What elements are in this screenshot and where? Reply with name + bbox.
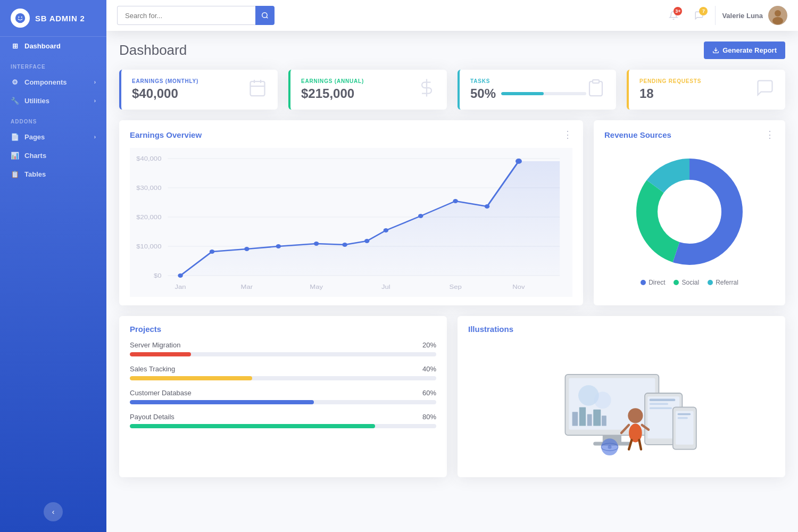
legend-dot-direct bbox=[641, 280, 646, 285]
legend-label-referral: Referral bbox=[716, 279, 738, 286]
svg-text:Nov: Nov bbox=[512, 284, 525, 290]
illustrations-title: Illustrations bbox=[468, 325, 513, 334]
revenue-sources-header: Revenue Sources ⋮ bbox=[604, 129, 775, 140]
project-track-0 bbox=[130, 352, 436, 356]
project-row-3: Payout Details 80% bbox=[130, 413, 436, 428]
project-track-2 bbox=[130, 400, 436, 404]
earnings-overview-menu[interactable]: ⋮ bbox=[563, 129, 572, 140]
project-percent-1: 40% bbox=[422, 365, 436, 373]
svg-point-38 bbox=[364, 239, 370, 243]
search-input[interactable] bbox=[117, 6, 255, 25]
pages-icon: 📄 bbox=[11, 133, 19, 141]
svg-point-34 bbox=[244, 247, 250, 251]
charts-icon: 📊 bbox=[11, 152, 19, 160]
user-menu[interactable]: Valerie Luna bbox=[722, 6, 787, 25]
tables-icon: 📋 bbox=[11, 170, 19, 178]
tachometer-icon: ⊞ bbox=[11, 42, 19, 50]
stat-card-pending: PENDING REQUESTS 18 bbox=[627, 70, 785, 110]
illustration-svg bbox=[473, 346, 769, 463]
svg-point-47 bbox=[660, 182, 719, 241]
svg-point-0 bbox=[15, 13, 25, 23]
project-row-1: Sales Tracking 40% bbox=[130, 365, 436, 380]
svg-point-35 bbox=[276, 244, 281, 248]
svg-rect-58 bbox=[572, 412, 578, 426]
svg-point-3 bbox=[262, 13, 267, 18]
search-button[interactable] bbox=[255, 6, 275, 25]
project-row-header-3: Payout Details 80% bbox=[130, 413, 436, 421]
sidebar-item-dashboard[interactable]: ⊞ Dashboard bbox=[0, 37, 106, 55]
donut-chart: Direct Social Referral bbox=[604, 148, 775, 292]
sidebar-item-tables[interactable]: 📋 Tables bbox=[0, 165, 106, 184]
sidebar-item-components[interactable]: ⚙ Components › bbox=[0, 73, 106, 92]
brand-name: SB ADMIN 2 bbox=[35, 14, 85, 23]
legend-dot-social bbox=[674, 280, 679, 285]
dollar-icon bbox=[417, 78, 436, 101]
alerts-badge: 3+ bbox=[674, 7, 682, 15]
page-title: Dashboard bbox=[119, 42, 187, 59]
page-content: Dashboard Generate Report EARNINGS (MONT… bbox=[106, 31, 798, 532]
svg-point-41 bbox=[453, 199, 458, 203]
svg-point-39 bbox=[384, 228, 389, 232]
donut-legend: Direct Social Referral bbox=[641, 279, 738, 286]
sidebar-item-pages[interactable]: 📄 Pages › bbox=[0, 128, 106, 146]
project-fill-2 bbox=[130, 400, 314, 404]
earnings-monthly-label: EARNINGS (MONTHLY) bbox=[132, 78, 198, 84]
svg-point-63 bbox=[628, 408, 643, 423]
components-icon: ⚙ bbox=[11, 78, 19, 86]
user-name: Valerie Luna bbox=[722, 12, 763, 20]
tasks-progress-bar bbox=[501, 92, 586, 95]
earnings-overview-title: Earnings Overview bbox=[130, 130, 202, 139]
stat-card-left-monthly: EARNINGS (MONTHLY) $40,000 bbox=[132, 78, 198, 101]
topbar-right: 3+ 7 Valerie Luna bbox=[664, 6, 787, 25]
svg-text:May: May bbox=[310, 284, 323, 290]
sidebar-collapse-button[interactable]: ‹ bbox=[44, 502, 63, 521]
project-name-3: Payout Details bbox=[130, 413, 174, 421]
project-row-header-1: Sales Tracking 40% bbox=[130, 365, 436, 373]
tasks-label: TASKS bbox=[470, 78, 586, 84]
illustration-area bbox=[468, 341, 775, 469]
alerts-button[interactable]: 3+ bbox=[664, 6, 683, 25]
svg-line-68 bbox=[639, 440, 641, 450]
revenue-menu[interactable]: ⋮ bbox=[765, 129, 775, 140]
sidebar-item-charts[interactable]: 📊 Charts bbox=[0, 146, 106, 165]
clipboard-icon bbox=[586, 78, 605, 101]
svg-rect-62 bbox=[602, 415, 606, 426]
svg-text:$0: $0 bbox=[154, 272, 162, 279]
svg-rect-75 bbox=[678, 413, 691, 415]
sidebar-brand[interactable]: SB ADMIN 2 bbox=[0, 0, 106, 37]
project-fill-0 bbox=[130, 352, 191, 356]
svg-rect-14 bbox=[593, 80, 599, 83]
chevron-right-icon-3: › bbox=[94, 134, 96, 140]
comments-icon bbox=[755, 78, 775, 101]
earnings-line-chart: $0 $10,000 $20,000 $30,000 $40,000 Jan M… bbox=[130, 148, 572, 297]
revenue-sources-title: Revenue Sources bbox=[604, 130, 671, 139]
sidebar-section-interface: INTERFACE bbox=[0, 55, 106, 73]
generate-report-label: Generate Report bbox=[722, 46, 777, 54]
sidebar-utilities-label: Utilities bbox=[24, 97, 49, 105]
svg-rect-55 bbox=[676, 411, 693, 444]
project-row-2: Customer Database 60% bbox=[130, 389, 436, 404]
legend-label-social: Social bbox=[681, 279, 699, 286]
sidebar-item-utilities[interactable]: 🔧 Utilities › bbox=[0, 92, 106, 110]
topbar: 3+ 7 Valerie Luna bbox=[106, 0, 798, 31]
svg-rect-59 bbox=[579, 407, 586, 426]
svg-point-37 bbox=[342, 243, 347, 247]
search-bar bbox=[117, 6, 287, 25]
svg-point-40 bbox=[418, 214, 423, 218]
charts-row: Earnings Overview ⋮ $0 bbox=[119, 120, 785, 305]
stat-card-earnings-monthly: EARNINGS (MONTHLY) $40,000 bbox=[119, 70, 278, 110]
svg-point-71 bbox=[608, 445, 611, 449]
messages-button[interactable]: 7 bbox=[689, 6, 709, 25]
svg-point-1 bbox=[18, 16, 19, 18]
project-row-0: Server Migration 20% bbox=[130, 341, 436, 356]
generate-report-button[interactable]: Generate Report bbox=[704, 41, 785, 59]
chevron-right-icon: › bbox=[94, 79, 96, 85]
page-header: Dashboard Generate Report bbox=[119, 41, 785, 59]
earnings-annual-value: $215,000 bbox=[301, 86, 364, 101]
svg-rect-60 bbox=[587, 414, 592, 426]
stat-card-tasks: TASKS 50% bbox=[458, 70, 616, 110]
svg-point-2 bbox=[21, 16, 22, 18]
task-progress: 50% bbox=[470, 86, 586, 101]
earnings-overview-card: Earnings Overview ⋮ $0 bbox=[119, 120, 583, 305]
calendar-icon bbox=[248, 78, 267, 101]
